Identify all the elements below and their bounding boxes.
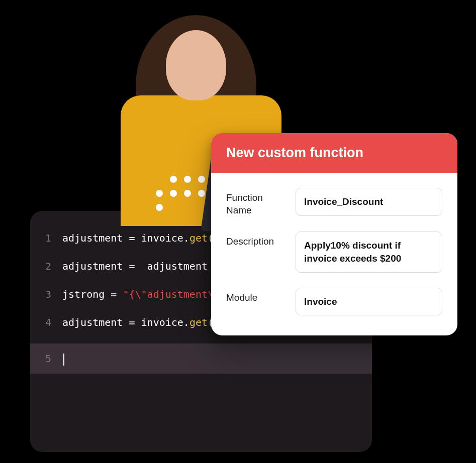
- code-content[interactable]: adjustment = invoice.get("ad: [62, 315, 232, 329]
- code-content[interactable]: adjustment = invoice.get("ad: [62, 231, 232, 245]
- line-number: 5: [45, 352, 62, 366]
- code-token: adjustment: [62, 260, 129, 272]
- panel-body: Function Name Invoice_Discount Descripti…: [211, 173, 457, 335]
- line-number: 4: [45, 315, 62, 329]
- code-token: get: [189, 232, 208, 244]
- code-token: invoice: [141, 316, 183, 328]
- function-name-input[interactable]: Invoice_Discount: [296, 188, 442, 216]
- code-token: =: [129, 232, 141, 244]
- line-number: 1: [45, 231, 62, 245]
- code-token: jstrong: [62, 288, 111, 300]
- dot-icon: [170, 176, 177, 183]
- cursor-icon: [63, 354, 64, 366]
- code-token: .: [183, 232, 189, 244]
- dot-icon: [184, 190, 191, 197]
- dot-icon: [184, 176, 191, 183]
- line-number: 2: [45, 259, 62, 273]
- dot-icon: [170, 190, 177, 197]
- code-token: .: [183, 316, 189, 328]
- dot-icon: [198, 190, 205, 197]
- code-token: adjustment: [62, 316, 129, 328]
- decorative-dots: [156, 176, 205, 211]
- module-input[interactable]: Invoice: [296, 288, 442, 316]
- code-cursor-area[interactable]: [62, 352, 64, 366]
- code-token: adjustment: [147, 260, 214, 272]
- field-function-name: Function Name Invoice_Discount: [226, 188, 442, 216]
- line-number: 3: [45, 287, 62, 301]
- code-token: get: [189, 316, 208, 328]
- description-input[interactable]: Apply10% discount if invoice exceeds $20…: [296, 231, 442, 272]
- code-token: =: [111, 288, 123, 300]
- dot-icon: [198, 176, 205, 183]
- function-name-label: Function Name: [226, 188, 287, 216]
- description-label: Description: [226, 231, 287, 248]
- field-description: Description Apply10% discount if invoice…: [226, 231, 442, 272]
- code-token: invoice: [141, 232, 183, 244]
- code-token: adjustment: [62, 232, 129, 244]
- hero-head-shape: [166, 30, 226, 100]
- code-token: =: [129, 316, 141, 328]
- code-token: =: [129, 260, 147, 272]
- panel-title: New custom function: [211, 133, 457, 173]
- module-label: Module: [226, 288, 287, 304]
- dot-icon: [156, 190, 163, 197]
- new-custom-function-panel: New custom function Function Name Invoic…: [211, 133, 457, 335]
- code-current-line[interactable]: 5: [30, 343, 372, 374]
- field-module: Module Invoice: [226, 288, 442, 316]
- dot-icon: [156, 204, 163, 211]
